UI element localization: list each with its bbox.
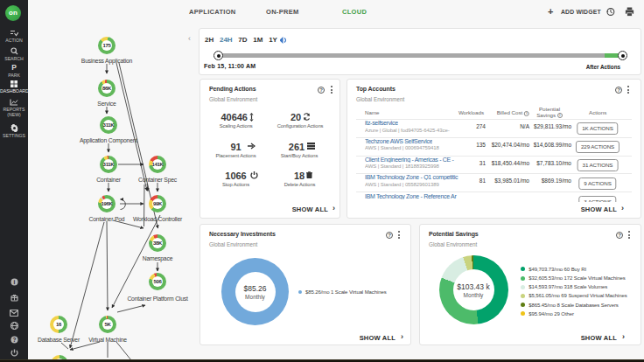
svg-text:?: ? (12, 337, 16, 343)
svg-text:i: i (13, 279, 15, 285)
